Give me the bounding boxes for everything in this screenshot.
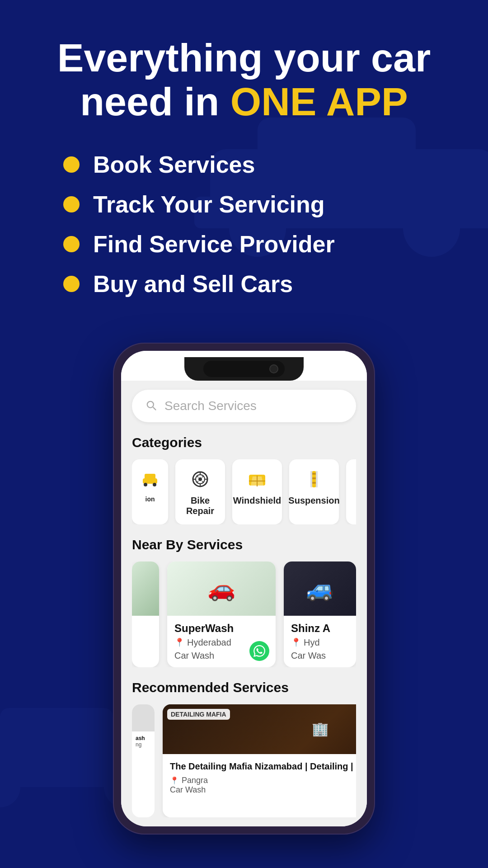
detailing-type: Car Wash — [170, 785, 356, 795]
category-suspension[interactable]: Suspension — [289, 459, 339, 524]
superwash-image: 🚗 — [167, 561, 276, 616]
categories-title: Categories — [132, 435, 356, 450]
recommended-section: Recommended Services ash ng — [132, 680, 356, 817]
feature-find: Find Service Provider — [63, 231, 425, 258]
search-icon — [145, 399, 157, 413]
search-bar[interactable]: Search Services — [132, 390, 356, 422]
phone-inner: Search Services Categories — [121, 351, 367, 826]
headline: Everything your car need in ONE APP — [27, 36, 461, 124]
app-content: Search Services Categories — [121, 381, 367, 826]
windshield-label: Windshield — [233, 495, 281, 506]
recommended-row: ash ng 🏢 DETAILING MAFIA — [132, 704, 356, 817]
shinz-pin-icon: 📍 — [291, 637, 301, 647]
shinz-body: Shinz A 📍 Hyd Car Was — [284, 616, 356, 667]
search-placeholder: Search Services — [164, 399, 257, 413]
header-section: Everything your car need in ONE APP Book… — [0, 0, 488, 316]
shinz-image: 🚙 — [284, 561, 356, 616]
phone-outer: Search Services Categories — [113, 343, 375, 835]
phone-top — [121, 351, 367, 381]
detailing-pin-icon: 📍 — [170, 776, 179, 785]
shinz-car-icon: 🚙 — [306, 576, 334, 602]
feature-buy: Buy and Sell Cars — [63, 270, 425, 297]
services-row: 🚗 SuperWash 📍 Hyderabad Car Wash — [132, 561, 356, 667]
feature-book-text: Book Services — [93, 151, 255, 178]
partial-category-icon — [138, 467, 162, 491]
detailing-body: The Detailing Mafia Nizamabad | Detailin… — [163, 754, 356, 817]
superwash-name: SuperWash — [174, 622, 268, 635]
rec-card-detailing[interactable]: 🏢 DETAILING MAFIA The Detailing Mafia Ni… — [163, 704, 356, 817]
wash-car-icon: 🚗 — [207, 576, 235, 602]
feature-buy-text: Buy and Sell Cars — [93, 270, 293, 297]
svg-rect-11 — [145, 474, 155, 480]
feature-track: Track Your Servicing — [63, 191, 425, 218]
category-tyres[interactable]: Tyres — [346, 459, 356, 524]
notch-pill — [203, 361, 285, 377]
service-card-partial-left[interactable] — [132, 561, 159, 667]
detailing-location: 📍 Pangra — [170, 776, 356, 785]
partial-label: ion — [145, 495, 155, 503]
feature-find-text: Find Service Provider — [93, 231, 335, 258]
windshield-icon — [245, 467, 269, 491]
feature-book: Book Services — [63, 151, 425, 178]
bullet-icon — [63, 156, 80, 173]
category-bike-repair[interactable]: Bike Repair — [175, 459, 225, 524]
bullet-icon — [63, 236, 80, 252]
service-card-shinz[interactable]: 🚙 Shinz A 📍 Hyd Car Was — [284, 561, 356, 667]
svg-rect-28 — [310, 471, 312, 487]
rec-partial-text: ash ng — [132, 731, 155, 751]
shinz-city: Hyd — [304, 637, 320, 648]
headline-text-2: need in — [80, 79, 230, 124]
recommended-title: Recommended Services — [132, 680, 356, 695]
detailing-city: Pangra — [182, 776, 208, 785]
bullet-icon — [63, 276, 80, 292]
svg-point-13 — [153, 483, 156, 486]
categories-row: ion — [132, 459, 356, 524]
features-list: Book Services Track Your Servicing Find … — [27, 151, 461, 297]
nearby-title: Near By Services — [132, 537, 356, 552]
rec-partial-image — [132, 704, 155, 731]
bike-repair-icon — [188, 467, 212, 491]
superwash-whatsapp-button[interactable] — [249, 641, 269, 661]
shinz-location: 📍 Hyd — [291, 637, 349, 648]
detailing-label-badge: DETAILING MAFIA — [167, 709, 230, 720]
category-windshield[interactable]: Windshield — [232, 459, 282, 524]
shinz-name: Shinz A — [291, 622, 349, 635]
shinz-type: Car Was — [291, 651, 349, 661]
detailing-building-icon: 🏢 — [312, 721, 328, 737]
phone-mockup: Search Services Categories — [0, 343, 488, 835]
rec-partial-left[interactable]: ash ng — [132, 704, 155, 817]
svg-point-16 — [198, 477, 202, 481]
service-card-superwash[interactable]: 🚗 SuperWash 📍 Hyderabad Car Wash — [167, 561, 276, 667]
categories-section: Categories — [132, 435, 356, 524]
wash-partial-image — [132, 561, 159, 616]
suspension-icon — [302, 467, 326, 491]
category-item-partial[interactable]: ion — [132, 459, 168, 524]
nearby-section: Near By Services 🚗 SuperWash — [132, 537, 356, 667]
feature-track-text: Track Your Servicing — [93, 191, 325, 218]
svg-point-12 — [144, 483, 147, 486]
phone-notch — [184, 357, 304, 381]
bike-repair-label: Bike Repair — [183, 495, 218, 516]
detailing-name: The Detailing Mafia Nizamabad | Detailin… — [170, 760, 356, 772]
headline-highlight: ONE APP — [230, 79, 408, 124]
svg-rect-29 — [316, 471, 318, 487]
superwash-city: Hyderabad — [187, 637, 231, 648]
location-pin-icon: 📍 — [174, 637, 184, 647]
detailing-image: 🏢 DETAILING MAFIA — [163, 704, 356, 754]
bullet-icon — [63, 196, 80, 212]
headline-text-1: Everything your car — [57, 35, 431, 80]
suspension-label: Suspension — [288, 495, 339, 506]
